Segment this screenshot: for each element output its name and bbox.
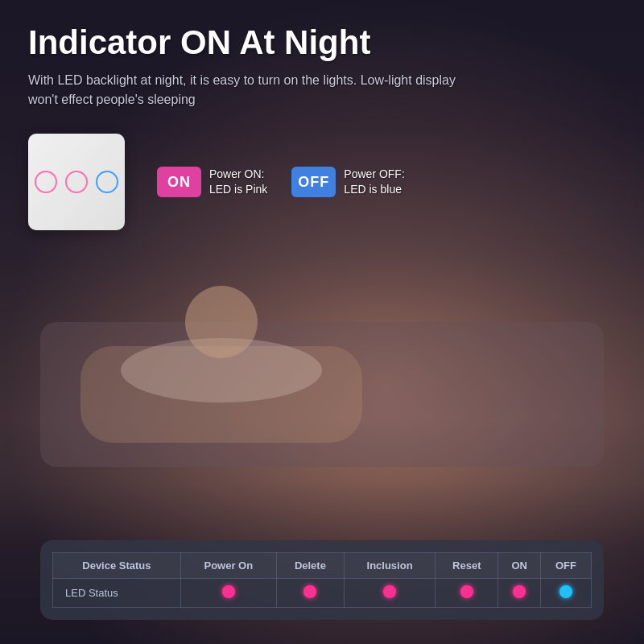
- on-badge-item: ON Power ON: LED is Pink: [157, 167, 267, 198]
- col-on: ON: [498, 553, 541, 579]
- led-inclusion: [344, 579, 435, 608]
- on-badge-text: Power ON: LED is Pink: [209, 167, 267, 198]
- led-reset: [436, 579, 498, 608]
- demo-row: ON Power ON: LED is Pink OFF Power OFF: …: [28, 134, 616, 230]
- led-power-on: [180, 579, 276, 608]
- col-delete: Delete: [276, 553, 344, 579]
- col-device-status: Device Status: [53, 553, 181, 579]
- off-badge-text: Power OFF: LED is blue: [344, 167, 404, 198]
- page-title: Indicator ON At Night: [28, 24, 616, 61]
- badges-row: ON Power ON: LED is Pink OFF Power OFF: …: [157, 167, 405, 198]
- page-subtitle: With LED backlight at night, it is easy …: [28, 71, 471, 109]
- led-dot-on: [513, 585, 526, 598]
- power-on-line1: Power ON:: [209, 167, 267, 183]
- table-container: Device Status Power On Delete Inclusion …: [40, 540, 604, 620]
- led-dot-reset: [460, 585, 473, 598]
- col-reset: Reset: [436, 553, 498, 579]
- led-dot-power-on: [222, 585, 235, 598]
- switch-circle-1: [35, 171, 57, 193]
- col-off: OFF: [540, 553, 591, 579]
- on-badge: ON: [157, 167, 201, 197]
- led-on: [498, 579, 541, 608]
- table-row: LED Status: [53, 579, 592, 608]
- row-label: LED Status: [53, 579, 181, 608]
- led-off: [540, 579, 591, 608]
- switch-circle-3: [96, 171, 118, 193]
- main-content: Indicator ON At Night With LED backlight…: [0, 0, 644, 262]
- off-badge-item: OFF Power OFF: LED is blue: [291, 167, 404, 198]
- led-delete: [276, 579, 344, 608]
- table-wrapper: Device Status Power On Delete Inclusion …: [40, 540, 604, 620]
- bed-scene: [0, 242, 644, 483]
- col-inclusion: Inclusion: [344, 553, 435, 579]
- power-off-line1: Power OFF:: [344, 167, 404, 183]
- off-badge: OFF: [291, 167, 336, 197]
- led-status-table: Device Status Power On Delete Inclusion …: [52, 552, 592, 608]
- col-power-on: Power On: [180, 553, 276, 579]
- switch-image: [28, 134, 125, 230]
- led-dot-delete: [303, 585, 316, 598]
- led-dot-off: [559, 585, 572, 598]
- power-off-line2: LED is blue: [344, 182, 404, 198]
- switch-circle-2: [65, 171, 88, 193]
- led-dot-inclusion: [383, 585, 396, 598]
- table-header-row: Device Status Power On Delete Inclusion …: [53, 553, 592, 579]
- power-on-line2: LED is Pink: [209, 182, 267, 198]
